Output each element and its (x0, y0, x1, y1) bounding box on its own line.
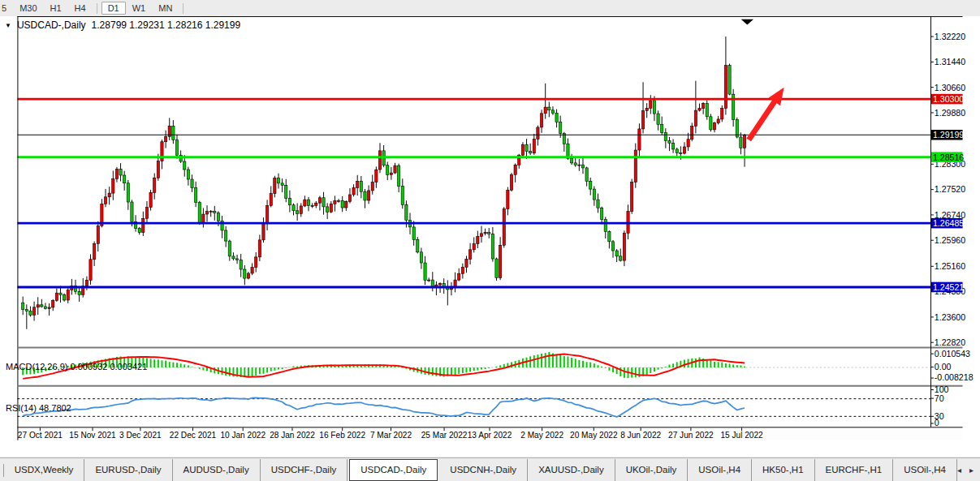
tab-usdchf-daily[interactable]: USDCHF-,Daily (261, 459, 348, 481)
tab-usoil-h4[interactable]: USOil-,H4 (893, 459, 957, 481)
tab-audusd-daily[interactable]: AUDUSD-,Daily (173, 459, 261, 481)
date-label: 13 Apr 2022 (468, 431, 512, 440)
tab-scroll-arrows: ◂ ▸ (957, 466, 980, 475)
candle-body (608, 231, 611, 241)
timeframe-button-h4[interactable]: H4 (68, 2, 93, 15)
candle-body (89, 260, 92, 281)
candle-body (631, 183, 633, 212)
candle-body (119, 169, 122, 175)
price-tick-label: 1.32220 (935, 32, 965, 41)
candle-body (59, 293, 62, 294)
candle-body (477, 236, 479, 243)
candle-body (424, 263, 426, 280)
toolbar-separator (183, 3, 183, 14)
tab-xauusd-daily[interactable]: XAUUSD-,Daily (528, 459, 615, 481)
price-tick-label: 1.29880 (935, 108, 965, 118)
candle-body (48, 307, 50, 308)
tab-scroll-left-icon[interactable]: ◂ (957, 466, 961, 475)
candle-body (390, 173, 392, 174)
candle-body (187, 170, 189, 179)
candle-body (274, 178, 276, 193)
tab-usoil-h4[interactable]: USOil-,H4 (688, 459, 752, 481)
candle-body (529, 152, 532, 153)
candle-body (465, 260, 468, 268)
candle-body (717, 119, 719, 123)
tab-usdcnh-daily[interactable]: USDCNH-,Daily (439, 459, 528, 481)
candle-body (698, 109, 701, 111)
candle-body (458, 273, 460, 280)
tab-usdx-weekly[interactable]: USDX,Weekly (4, 459, 85, 481)
candle-body (270, 194, 272, 206)
timeframe-button-5[interactable]: 5 (0, 2, 13, 15)
candle (495, 258, 498, 281)
candle-body (281, 183, 283, 185)
candle-body (668, 140, 671, 143)
timeframe-button-h1[interactable]: H1 (44, 2, 68, 15)
candle-body (578, 165, 581, 165)
date-label: 20 May 2022 (570, 431, 618, 440)
candle-body (52, 300, 54, 307)
macd-axis-label: -0.008218 (935, 372, 974, 382)
timeframe-button-m30[interactable]: M30 (13, 2, 43, 15)
candle-body (138, 229, 140, 233)
candle-body (680, 152, 682, 153)
timeframe-button-d1[interactable]: D1 (101, 2, 126, 15)
chart-dropdown-icon[interactable]: ▼ (5, 22, 11, 29)
candle-body (394, 165, 396, 173)
timeframe-button-mn[interactable]: MN (152, 2, 179, 15)
candle-body (232, 256, 235, 259)
price-tick-label: 1.25160 (935, 261, 965, 271)
price-tag-label: 1.24521 (933, 282, 964, 292)
rsi-value: 48.7802 (39, 403, 71, 413)
candle-body (85, 280, 88, 286)
candle-body (736, 119, 738, 136)
candle (631, 179, 633, 214)
candle-body (142, 218, 145, 232)
tab-eurchf-h1[interactable]: EURCHF-,H1 (815, 459, 894, 481)
candle (510, 173, 512, 191)
candle-body (202, 214, 205, 223)
candle-body (671, 143, 674, 148)
candle-body (97, 226, 99, 244)
candle-body (367, 191, 369, 200)
candle-body (352, 188, 355, 195)
candle-body (420, 252, 422, 263)
candle-body (740, 137, 742, 148)
price-tag-label: 1.30300 (933, 94, 964, 104)
candle-body (157, 161, 159, 178)
tab-usdcad-daily[interactable]: USDCAD-,Daily (349, 459, 438, 481)
candle-body (638, 129, 641, 150)
candle-body (728, 66, 731, 94)
candle-body (574, 163, 576, 165)
candle-body (683, 147, 685, 153)
candle-body (645, 108, 648, 110)
candle (634, 144, 637, 188)
candle-body (360, 181, 362, 191)
price-tick-label: 1.30660 (935, 83, 965, 92)
chart-title: ▼ USDCAD-,Daily 1.28799 1.29231 1.28216 … (5, 19, 240, 31)
candle-body (555, 113, 558, 122)
candle-body (225, 230, 227, 241)
candle-body (326, 207, 329, 212)
candle-body (288, 198, 291, 204)
candle-body (405, 204, 408, 220)
candle-body (702, 103, 704, 108)
date-label: 15 Jul 2022 (720, 431, 763, 440)
timeframe-button-w1[interactable]: W1 (126, 2, 153, 15)
tab-hk50-h1[interactable]: HK50-,H1 (752, 459, 815, 481)
candle-body (277, 178, 279, 183)
candle (149, 190, 152, 211)
price-tick-label: 1.22820 (935, 337, 965, 347)
candle-body (345, 201, 348, 208)
tab-scroll-right-icon[interactable]: ▸ (969, 466, 974, 475)
candle-body (375, 170, 378, 183)
candle-body (551, 110, 554, 114)
tab-eurusd-daily[interactable]: EURUSD-,Daily (84, 459, 172, 481)
candle-body (22, 303, 24, 310)
tab-ukoil-daily[interactable]: UKOil-,Daily (615, 459, 689, 481)
date-label: 16 Feb 2022 (319, 431, 365, 440)
candle (198, 201, 201, 225)
date-label: 25 Mar 2022 (421, 431, 468, 440)
candle-body (417, 240, 419, 252)
candle-body (604, 220, 607, 232)
